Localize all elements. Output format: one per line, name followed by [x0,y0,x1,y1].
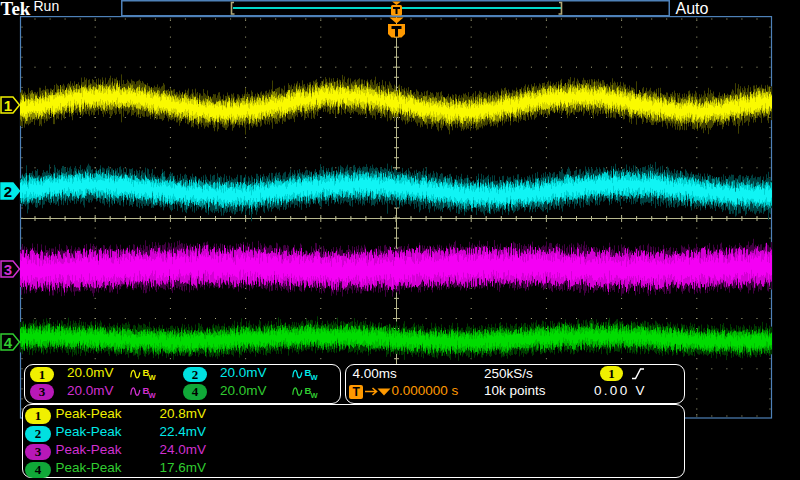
svg-text:W: W [311,391,319,400]
svg-text:W: W [311,373,319,382]
svg-text:W: W [149,373,157,382]
svg-text:W: W [149,391,157,400]
